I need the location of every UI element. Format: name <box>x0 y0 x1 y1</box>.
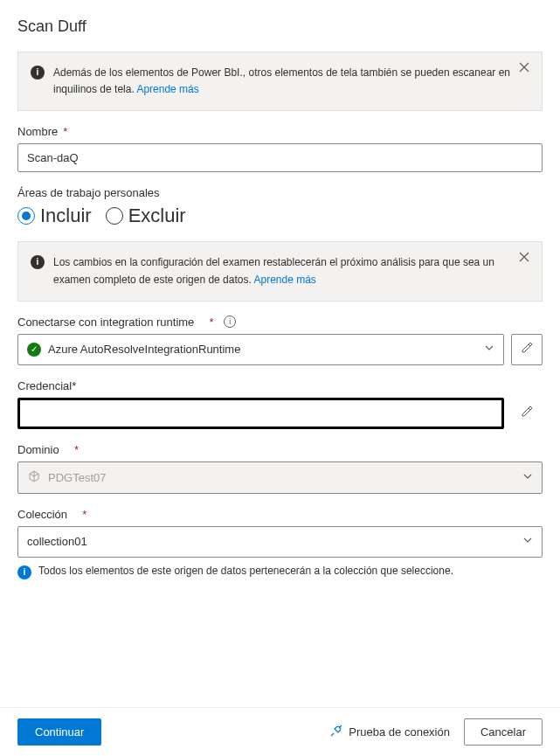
info-circle-icon[interactable]: i <box>224 316 236 328</box>
domain-label: Dominio * <box>17 443 543 456</box>
pencil-icon <box>521 406 533 420</box>
domain-value: PDGTest07 <box>48 471 106 484</box>
close-icon[interactable] <box>519 251 533 265</box>
learn-more-link[interactable]: Aprende más <box>136 83 198 95</box>
collection-label: Colección * <box>17 508 543 521</box>
plug-icon <box>329 724 343 740</box>
info-icon: i <box>31 255 45 269</box>
edit-credential-button[interactable] <box>511 398 543 429</box>
domain-icon <box>27 469 41 486</box>
radio-exclude[interactable]: Excluir <box>106 205 186 227</box>
edit-runtime-button[interactable] <box>511 334 543 365</box>
runtime-label: Conectarse con integration runtime * i <box>17 316 543 329</box>
chevron-down-icon <box>484 343 494 356</box>
info-banner-reset: i Los cambios en la configuración del ex… <box>17 241 543 301</box>
info-banner-text: Además de los elementos de Power BbI., o… <box>53 66 510 95</box>
continue-button[interactable]: Continuar <box>17 718 101 746</box>
info-icon: i <box>17 565 31 579</box>
credential-label: Credencial* <box>17 379 543 392</box>
test-connection-button[interactable]: Prueba de conexión <box>329 724 450 740</box>
name-input[interactable] <box>17 143 543 172</box>
radio-include[interactable]: Incluir <box>17 205 92 227</box>
cancel-button[interactable]: Cancelar <box>464 718 543 746</box>
radio-include-label: Incluir <box>40 205 92 227</box>
chevron-down-icon <box>522 471 533 484</box>
radio-exclude-label: Excluir <box>128 205 186 227</box>
info-banner-fabric: i Además de los elementos de Power BbI.,… <box>17 52 543 111</box>
credential-select[interactable] <box>17 398 504 429</box>
info-icon: i <box>31 66 45 80</box>
collection-value: collection01 <box>27 535 87 548</box>
check-icon: ✓ <box>27 343 41 357</box>
domain-select: PDGTest07 <box>17 461 543 494</box>
collection-select[interactable]: collection01 <box>17 526 543 558</box>
workspaces-label: Áreas de trabajo personales <box>17 186 543 199</box>
runtime-select[interactable]: ✓ Azure AutoResolveIntegrationRuntime <box>17 334 504 365</box>
close-icon[interactable] <box>519 61 533 75</box>
test-connection-label: Prueba de conexión <box>349 725 450 739</box>
page-title: Scan Duff <box>17 17 543 36</box>
pencil-icon <box>521 342 533 357</box>
learn-more-link[interactable]: Aprende más <box>253 274 315 286</box>
footer: Continuar Prueba de conexión Cancelar <box>0 707 560 756</box>
runtime-value: Azure AutoResolveIntegrationRuntime <box>48 343 240 356</box>
chevron-down-icon <box>522 535 533 548</box>
name-label: Nombre* <box>17 125 543 138</box>
collection-helper: Todos los elementos de este origen de da… <box>38 565 453 577</box>
